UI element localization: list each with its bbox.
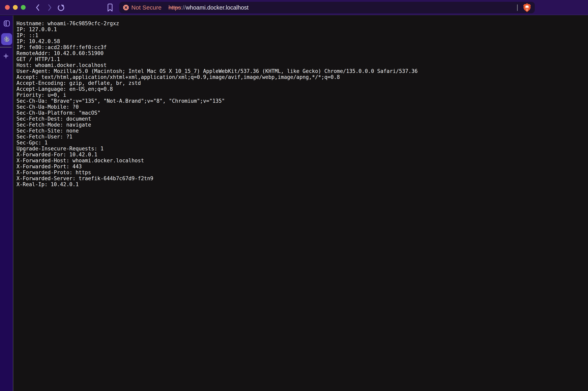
forward-button[interactable]: [46, 0, 54, 15]
reload-icon: [57, 3, 65, 12]
back-chevron-icon: [35, 4, 40, 11]
security-badge-label: Not Secure: [131, 4, 162, 11]
webpage-viewport: Hostname: whoami-76c9859cfc-2rgxz IP: 12…: [14, 15, 588, 391]
active-tab-whoami[interactable]: [1, 33, 12, 45]
browser-toolbar: Not Secure https :// whoami.docker.local…: [0, 0, 588, 15]
minimize-window-button[interactable]: [13, 5, 18, 10]
forward-chevron-icon: [47, 4, 52, 11]
url-scheme-separator: ://: [181, 4, 186, 11]
close-window-button[interactable]: [5, 5, 10, 10]
vertical-tabs-sidebar: [0, 15, 13, 391]
url-scheme: https: [168, 4, 181, 11]
address-bar[interactable]: Not Secure https :// whoami.docker.local…: [119, 2, 535, 13]
bookmark-button[interactable]: [105, 0, 115, 15]
sidebar-divider: [0, 47, 11, 47]
brave-shields-button[interactable]: [522, 2, 532, 12]
plus-icon: [3, 53, 9, 59]
back-button[interactable]: [34, 0, 42, 15]
not-secure-icon: [123, 5, 129, 10]
zoom-window-button[interactable]: [21, 5, 26, 10]
bookmark-icon: [106, 3, 114, 12]
address-bar-right: [517, 2, 532, 12]
url-host: whoami.docker.localhost: [186, 4, 249, 11]
whoami-output: Hostname: whoami-76c9859cfc-2rgxz IP: 12…: [14, 15, 588, 187]
reload-button[interactable]: [56, 0, 66, 15]
security-badge[interactable]: Not Secure: [123, 4, 162, 11]
globe-favicon: [3, 35, 10, 43]
new-tab-button[interactable]: [0, 52, 12, 60]
window-controls: [5, 5, 26, 10]
address-bar-separator: [517, 4, 518, 11]
sidebar-toggle-button[interactable]: [0, 20, 13, 27]
sidebar-panel-icon: [3, 20, 10, 27]
url-text: https :// whoami.docker.localhost: [168, 4, 249, 11]
brave-lion-icon: [522, 2, 532, 12]
